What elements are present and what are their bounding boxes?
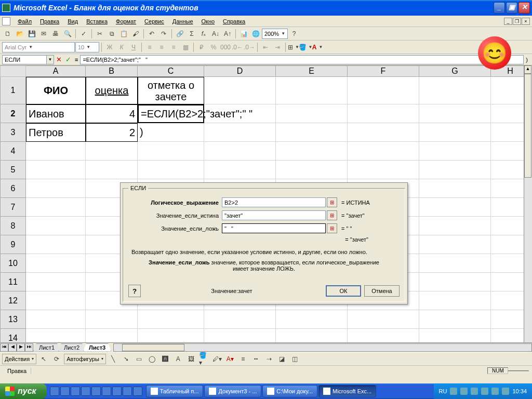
cell-A4[interactable] [26,142,86,161]
cell-D3[interactable] [204,123,276,142]
indent-dec-icon[interactable]: ⇤ [260,42,271,53]
sheet-tab[interactable]: Лист2 [58,343,85,352]
cell-C5[interactable] [138,161,204,179]
mail-icon[interactable]: ✉ [38,28,49,39]
cancel-formula-icon[interactable]: ✕ [54,55,63,64]
row-header[interactable]: 1 [0,77,26,104]
menu-view[interactable]: Вид [63,17,82,25]
cell-F1[interactable] [348,77,419,104]
sheet-nav[interactable]: ▶ [17,343,25,352]
menu-edit[interactable]: Правка [36,17,63,25]
cell-A11[interactable] [26,273,86,291]
cell-E4[interactable] [276,142,348,161]
cell-G2[interactable] [419,104,491,123]
undo-icon[interactable]: ↶ [146,28,157,39]
row-header[interactable]: 13 [0,310,26,329]
col-header-B[interactable]: B [86,65,138,77]
tray-icon[interactable] [502,388,509,395]
cell-C14[interactable] [138,329,204,342]
col-header-D[interactable]: D [204,65,276,77]
align-center-icon[interactable]: ≡ [156,42,167,53]
col-header-C[interactable]: C [138,65,204,77]
fill-color-icon[interactable]: 🪣▼ [300,42,311,53]
cell-G13[interactable] [419,310,491,329]
clipart-icon[interactable]: 🖼 [185,353,197,365]
cell-B13[interactable] [86,310,138,329]
new-icon[interactable]: 🗋 [2,28,14,39]
row-header[interactable]: 9 [0,235,26,254]
save-icon[interactable]: 💾 [26,28,37,39]
arg3-input[interactable] [222,223,326,233]
tray-icon[interactable] [471,388,478,395]
tray-icon[interactable] [450,388,457,395]
dec-decimal-icon[interactable]: .0→ [244,42,255,53]
col-header-E[interactable]: E [276,65,348,77]
sort-asc-icon[interactable]: A↓ [210,28,221,39]
cell-G8[interactable] [419,217,491,235]
cell-C4[interactable] [138,142,204,161]
cell-E14[interactable] [276,329,348,342]
preview-icon[interactable]: 🔍 [62,28,73,39]
fx-icon[interactable]: fₓ [198,28,209,39]
quicklaunch-icon[interactable] [71,387,80,396]
cell-F14[interactable] [348,329,419,342]
cell-A10[interactable] [26,254,86,273]
currency-icon[interactable]: ₽ [196,42,207,53]
sheet-tab[interactable]: Лист1 [33,343,60,352]
indent-inc-icon[interactable]: ⇥ [272,42,283,53]
italic-icon[interactable]: К [116,42,127,53]
row-header[interactable]: 2 [0,104,26,123]
quicklaunch-icon[interactable] [133,387,142,396]
row-header[interactable]: 3 [0,123,26,142]
align-right-icon[interactable]: ≡ [168,42,179,53]
cell-B3[interactable]: 2 [86,123,138,142]
name-box[interactable]: ЕСЛИ▼ [2,55,54,64]
format-painter-icon[interactable]: 🖌 [130,28,141,39]
cell-F2[interactable] [348,104,419,123]
sheet-nav[interactable]: ⏭ [25,343,33,352]
col-header-F[interactable]: F [348,65,419,77]
actions-menu[interactable]: Действия▾ [2,354,36,364]
print-icon[interactable]: 🖶 [50,28,61,39]
cell-D1[interactable] [204,77,276,104]
cut-icon[interactable]: ✂ [94,28,105,39]
taskbar-task[interactable]: C:\Мои доку... [262,385,317,397]
minimize-button[interactable]: _ [494,2,505,14]
cell-F3[interactable] [348,123,419,142]
comma-icon[interactable]: 000 [220,42,231,53]
ok-button[interactable]: ОК [326,285,361,297]
cell-G4[interactable] [419,142,491,161]
arg1-ref-button[interactable]: ⊞ [327,197,337,207]
bold-icon[interactable]: Ж [104,42,115,53]
merge-icon[interactable]: ▦ [180,42,191,53]
cell-B5[interactable] [86,161,138,179]
quicklaunch-icon[interactable] [50,387,59,396]
3d-icon[interactable]: ◫ [289,353,301,365]
tray-icon[interactable] [481,388,488,395]
cell-B2[interactable]: 4 [86,104,138,123]
linecolor-icon[interactable]: 🖊▾ [211,353,223,365]
col-header-A[interactable]: A [26,65,86,77]
select-all-corner[interactable] [0,65,26,77]
cell-B1[interactable]: оценка [86,77,138,104]
open-icon[interactable]: 📂 [14,28,25,39]
link-icon[interactable]: 🔗 [174,28,185,39]
cell-G1[interactable] [419,77,491,104]
tray-icon[interactable] [460,388,468,395]
clock[interactable]: 10:34 [512,388,527,394]
cell-E13[interactable] [276,310,348,329]
menu-data[interactable]: Данные [168,17,197,25]
fontcolor-icon[interactable]: A▾ [224,353,236,365]
cell-G6[interactable] [419,179,491,198]
formula-input[interactable] [80,55,524,64]
spell-icon[interactable]: ✓ [78,28,89,39]
cell-E5[interactable] [276,161,348,179]
font-color-icon[interactable]: A▼ [312,42,323,53]
cell-C2[interactable]: =ЕСЛИ(B2>2;"зачет";" " [138,104,204,123]
cell-A13[interactable] [26,310,86,329]
inc-decimal-icon[interactable]: .0← [232,42,243,53]
cell-G9[interactable] [419,235,491,254]
tray-icon[interactable] [491,388,499,395]
row-header[interactable]: 10 [0,254,26,273]
arg1-input[interactable] [222,197,326,207]
